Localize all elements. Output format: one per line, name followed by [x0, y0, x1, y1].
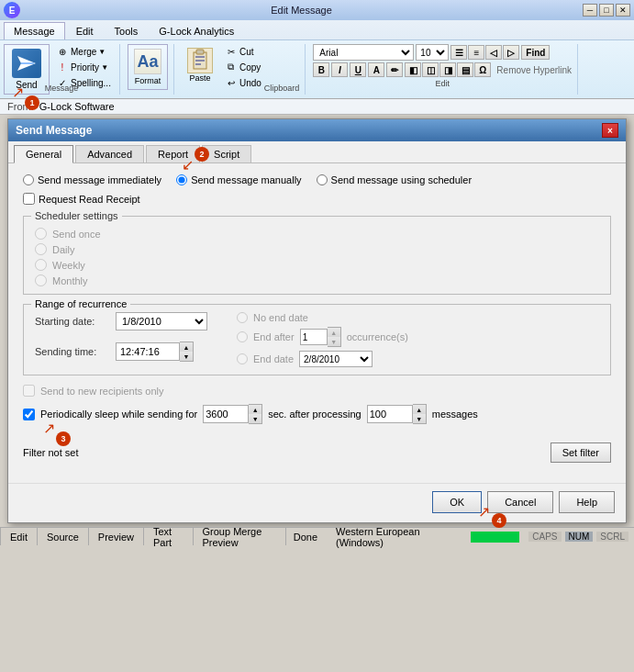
- bullet-list-button[interactable]: ☰: [450, 45, 467, 60]
- underline-button[interactable]: U: [350, 62, 366, 77]
- send-scheduler-option[interactable]: Send message using scheduler: [317, 174, 472, 185]
- tab-analytics[interactable]: G-Lock Analytics: [149, 22, 244, 39]
- close-window-button[interactable]: ✕: [616, 4, 630, 17]
- font-color-button[interactable]: A: [368, 62, 384, 77]
- end-date-row: End date 2/8/2010: [237, 351, 408, 367]
- status-bar: Edit Source Preview Text Part Group Merg…: [0, 527, 634, 545]
- sending-time-input[interactable]: 12:47:16: [116, 342, 180, 361]
- bottom-tabs: Edit Source Preview Text Part Group Merg…: [0, 528, 286, 545]
- periodic-down-button[interactable]: ▼: [249, 414, 261, 423]
- indent-less-button[interactable]: ◁: [485, 45, 502, 60]
- send-manually-option[interactable]: Send message manually ↙ 2: [176, 174, 301, 185]
- dialog-tab-general[interactable]: General: [14, 145, 73, 163]
- bottom-tab-groupmerge[interactable]: Group Merge Preview: [194, 528, 286, 545]
- font-group: Arial 10 ☰ ≡ ◁ ▷ Find B: [307, 44, 578, 95]
- badge-1: 1: [25, 95, 39, 110]
- sending-time-row: Sending time: 12:47:16 ▲ ▼: [35, 342, 207, 362]
- minimize-button[interactable]: ─: [583, 4, 597, 17]
- set-filter-button[interactable]: Set filter: [551, 442, 611, 463]
- cancel-button[interactable]: Cancel: [487, 491, 553, 513]
- number-list-button[interactable]: ≡: [468, 45, 484, 60]
- font-row2: B I U A ✏ ◧ ◫ ◨ ▤ Ω Remove Hyperlink: [313, 62, 572, 77]
- bottom-tab-preview[interactable]: Preview: [89, 528, 144, 545]
- send-immediately-radio[interactable]: [23, 174, 34, 185]
- request-receipt-option[interactable]: Request Read Receipt: [23, 193, 611, 205]
- undo-button[interactable]: ↩ Undo: [222, 75, 264, 90]
- send-manually-radio[interactable]: [176, 174, 187, 185]
- svg-rect-1: [21, 62, 34, 64]
- scheduler-section-label: Scheduler settings: [31, 210, 122, 221]
- bottom-tab-textpart[interactable]: Text Part: [144, 528, 194, 545]
- italic-button[interactable]: I: [331, 62, 348, 77]
- bold-button[interactable]: B: [313, 62, 329, 77]
- send-once-radio: [35, 228, 47, 240]
- messages-up-button[interactable]: ▲: [413, 405, 426, 414]
- highlight-button[interactable]: ✏: [386, 62, 403, 77]
- dialog-close-button[interactable]: ×: [602, 123, 618, 138]
- occurrence-up-button[interactable]: ▲: [328, 328, 340, 337]
- starting-date-row: Starting date: 1/8/2010: [35, 312, 207, 330]
- time-up-button[interactable]: ▲: [180, 342, 193, 352]
- filter-status: Filter not set: [23, 447, 79, 458]
- time-down-button[interactable]: ▼: [180, 352, 193, 361]
- request-receipt-checkbox[interactable]: [23, 193, 35, 205]
- cut-icon: ✂: [225, 45, 238, 58]
- font-size-select[interactable]: 10: [416, 44, 449, 61]
- status-indicators: CAPS NUM SCRL: [523, 532, 634, 542]
- tab-edit[interactable]: Edit: [66, 22, 104, 39]
- no-end-date-radio: [237, 312, 248, 323]
- bottom-tab-edit[interactable]: Edit: [0, 528, 38, 545]
- align-left-button[interactable]: ◧: [405, 62, 421, 77]
- merge-button[interactable]: ⊕ Merge ▼: [53, 44, 114, 59]
- occurrence-input[interactable]: 1: [300, 329, 328, 345]
- dialog-tab-script[interactable]: Script: [202, 145, 251, 162]
- dialog-tabs: General Advanced Report Script: [8, 141, 626, 163]
- daily-option[interactable]: Daily: [35, 243, 599, 255]
- messages-down-button[interactable]: ▼: [413, 414, 426, 423]
- end-after-row: End after 1 ▲ ▼ occurrence(s): [237, 327, 408, 347]
- starting-date-dropdown[interactable]: 1/8/2010: [116, 312, 207, 330]
- align-right-button[interactable]: ◨: [439, 62, 456, 77]
- bottom-tab-source[interactable]: Source: [38, 528, 89, 545]
- format-button[interactable]: Aa Format: [128, 44, 168, 90]
- maximize-button[interactable]: □: [599, 4, 614, 17]
- help-button[interactable]: Help: [559, 491, 615, 513]
- cut-button[interactable]: ✂ Cut: [222, 44, 264, 59]
- send-message-dialog: Send Message × General Advanced Report S…: [7, 118, 627, 523]
- priority-button[interactable]: ! Priority ▼: [53, 60, 114, 74]
- ok-button[interactable]: OK: [432, 491, 482, 513]
- send-once-option[interactable]: Send once: [35, 228, 599, 240]
- ribbon-content: Send ↗ 1 ⊕ Merge ▼ ! Priority ▼: [0, 39, 634, 98]
- send-immediately-option[interactable]: Send message immediately: [23, 174, 161, 185]
- copy-button[interactable]: ⧉ Copy: [222, 60, 264, 74]
- indent-more-button[interactable]: ▷: [503, 45, 519, 60]
- recurrence-right: No end date End after 1 ▲ ▼: [237, 312, 408, 367]
- extra-format-button[interactable]: Ω: [474, 62, 491, 77]
- weekly-option[interactable]: Weekly: [35, 259, 599, 271]
- find-button[interactable]: Find: [521, 45, 550, 60]
- badge-2: 2: [195, 147, 209, 162]
- periodic-spinner-buttons: ▲ ▼: [249, 404, 262, 424]
- tab-tools[interactable]: Tools: [105, 22, 149, 39]
- occurrence-down-button[interactable]: ▼: [328, 337, 340, 346]
- paste-button[interactable]: Paste: [182, 44, 218, 95]
- num-indicator: NUM: [565, 532, 594, 542]
- dialog-tab-advanced[interactable]: Advanced: [75, 145, 144, 162]
- tab-message[interactable]: Message: [4, 22, 65, 39]
- periodic-value-input[interactable]: 3600: [203, 405, 249, 423]
- monthly-option[interactable]: Monthly: [35, 274, 599, 286]
- periodic-up-button[interactable]: ▲: [249, 405, 261, 414]
- send-new-recipients-checkbox: [23, 385, 35, 397]
- no-end-date-option[interactable]: No end date: [237, 312, 408, 323]
- font-name-select[interactable]: Arial: [313, 44, 414, 61]
- monthly-radio: [35, 274, 47, 286]
- end-date-dropdown[interactable]: 2/8/2010: [299, 351, 373, 367]
- ribbon: Message Edit Tools G-Lock Analytics Send…: [0, 20, 634, 99]
- send-scheduler-radio[interactable]: [317, 174, 328, 185]
- periodic-sleep-row: Periodically sleep while sending for 360…: [23, 404, 611, 424]
- periodic-sleep-checkbox[interactable]: [23, 409, 35, 420]
- messages-input[interactable]: 100: [367, 405, 413, 423]
- status-progress-bar: [471, 532, 520, 543]
- justify-button[interactable]: ▤: [457, 62, 473, 77]
- align-center-button[interactable]: ◫: [422, 62, 439, 77]
